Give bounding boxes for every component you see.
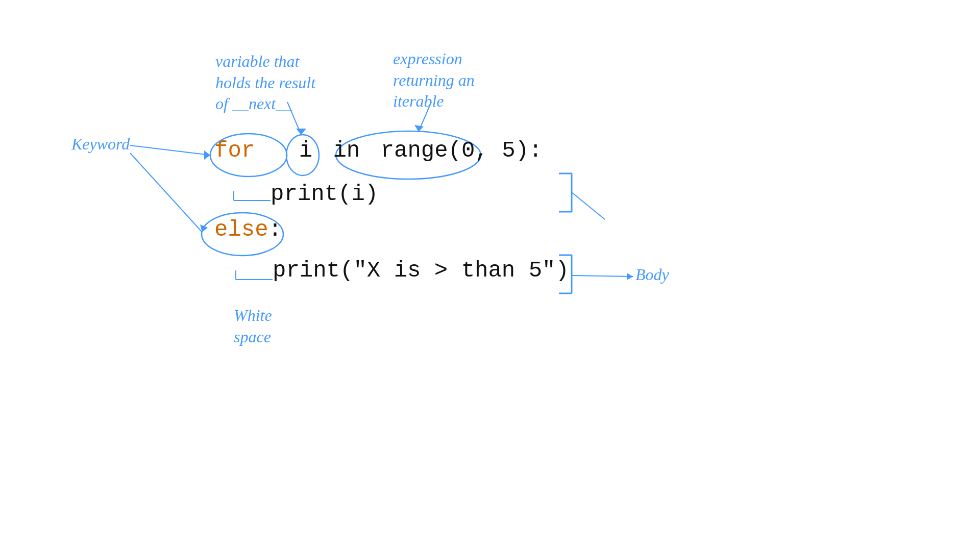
range-expr: range(0, 5): [381,138,543,163]
whitespace-annotation: White space [234,305,272,347]
variable-i: i [299,138,312,163]
else-keyword: else [214,217,268,242]
svg-marker-23 [627,273,633,280]
svg-line-6 [130,153,202,232]
svg-line-22 [572,276,633,277]
variable-annotation: variable that holds the result of __next… [215,51,315,115]
for-keyword: for [214,138,255,163]
svg-line-4 [130,145,210,155]
print-x-line: print("X is > than 5") [273,258,569,283]
expression-annotation: expression returning an iterable [393,48,475,112]
body-annotation: Body [635,264,669,286]
keyword-annotation: Keyword [71,134,130,155]
print-i-line: print(i) [271,181,378,207]
in-keyword: in [333,138,360,163]
diagram-container: variable that holds the result of __next… [0,0,980,551]
svg-marker-5 [204,151,210,160]
else-colon: : [268,217,282,242]
svg-line-24 [572,192,605,219]
svg-marker-9 [296,129,306,135]
for-loop-line: for i in range(0, 5): [214,138,543,163]
else-line: else: [214,217,282,242]
